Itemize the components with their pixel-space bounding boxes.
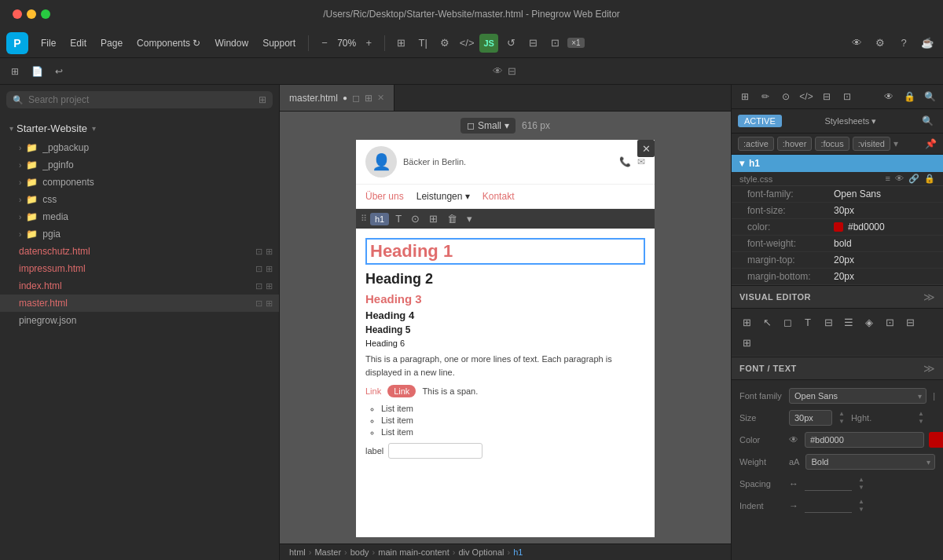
breadcrumb-html[interactable]: html: [289, 547, 306, 557]
rp-search-icon[interactable]: 🔍: [921, 88, 938, 105]
color-text-input[interactable]: [805, 432, 924, 448]
edit-source-icon[interactable]: ≡: [886, 174, 890, 184]
nav-leistungen[interactable]: Leistungen ▾: [416, 191, 470, 202]
pseudo-hover[interactable]: :hover: [777, 137, 813, 151]
file-item-master[interactable]: master.html ⊡ ⊞: [0, 295, 279, 312]
link-badge[interactable]: Link: [387, 385, 416, 397]
file-item-impressum[interactable]: impressum.html ⊡ ⊞: [0, 260, 279, 277]
color-swatch-preview[interactable]: [929, 432, 943, 448]
maximize-button[interactable]: [41, 9, 50, 19]
tree-item-components[interactable]: › 📁 components: [0, 174, 279, 191]
menu-page[interactable]: Page: [94, 35, 129, 52]
new-button[interactable]: ⊞: [6, 63, 24, 80]
stylesheets-button[interactable]: Stylesheets ▾: [824, 116, 876, 126]
search-input-wrap[interactable]: 🔍 ⊞: [6, 91, 273, 108]
tab-close-button[interactable]: ✕: [377, 93, 384, 103]
vt-list-icon[interactable]: ☰: [840, 313, 857, 331]
height-stepper[interactable]: ▲▼: [918, 410, 924, 426]
code-button[interactable]: </>: [457, 34, 476, 53]
pin-icon[interactable]: 📌: [925, 138, 937, 149]
close-button[interactable]: [13, 9, 22, 19]
filter-icon[interactable]: ⊞: [259, 94, 266, 105]
font-weight-select-wrap[interactable]: Bold: [805, 454, 935, 470]
search-input[interactable]: [28, 94, 254, 105]
visual-editor-toggle[interactable]: ≫: [923, 291, 935, 303]
frame-toggle[interactable]: ⊟: [508, 65, 516, 77]
vt-grid-icon[interactable]: ⊞: [738, 334, 755, 351]
settings-button[interactable]: ⚙: [871, 34, 890, 53]
delete-icon[interactable]: 🗑: [444, 211, 460, 226]
js-button[interactable]: JS: [479, 34, 498, 53]
spacing-input[interactable]: [805, 478, 852, 491]
text-tool-button[interactable]: T|: [413, 34, 432, 53]
rp-print-icon[interactable]: ⊟: [818, 88, 835, 105]
vt-diamond-icon[interactable]: ◈: [860, 313, 878, 331]
menu-components[interactable]: Components ↻: [130, 35, 207, 52]
breadcrumb-div[interactable]: div Optional: [458, 547, 504, 557]
more-icon[interactable]: ▾: [464, 211, 475, 226]
rp-pen-icon[interactable]: ✏: [757, 88, 774, 105]
breadcrumb-h1[interactable]: h1: [513, 547, 523, 557]
font-text-toggle[interactable]: ≫: [923, 362, 935, 375]
rp-grid-icon[interactable]: ⊡: [838, 88, 856, 105]
indent-stepper[interactable]: ▲▼: [858, 498, 864, 514]
menu-support[interactable]: Support: [256, 35, 302, 52]
export-button[interactable]: ⊡: [545, 34, 564, 53]
lock-source-icon[interactable]: 🔒: [924, 174, 935, 184]
tree-item-pginfo[interactable]: › 📁 _pginfo: [0, 156, 279, 174]
font-family-select-wrap[interactable]: Open Sans: [789, 388, 926, 404]
tree-item-pgia[interactable]: › 📁 pgia: [0, 225, 279, 243]
font-size-stepper[interactable]: ▲▼: [838, 410, 845, 426]
link-source-icon[interactable]: 🔗: [908, 174, 919, 184]
rp-lock-icon[interactable]: 🔒: [901, 88, 918, 105]
color-eye-icon[interactable]: 👁: [789, 434, 798, 445]
rp-layout-icon[interactable]: ⊞: [736, 88, 754, 105]
rp-code-icon[interactable]: </>: [798, 88, 815, 105]
file-item-datenschutz[interactable]: datenschutz.html ⊡ ⊞: [0, 243, 279, 260]
file-item-index[interactable]: index.html ⊡ ⊞: [0, 277, 279, 295]
vt-box-icon[interactable]: ⊞: [738, 313, 755, 331]
font-size-input[interactable]: [789, 410, 832, 426]
link-plain[interactable]: Link: [365, 386, 381, 396]
breadcrumb-body[interactable]: body: [350, 547, 369, 557]
vt-columns-icon[interactable]: ⊡: [881, 313, 898, 331]
breadcrumb-master[interactable]: Master: [314, 547, 341, 557]
tab-icon-1[interactable]: ◻: [352, 93, 360, 104]
minimize-button[interactable]: [27, 9, 36, 19]
menu-file[interactable]: File: [35, 35, 62, 52]
spacing-stepper[interactable]: ▲▼: [858, 476, 864, 492]
open-button[interactable]: 📄: [28, 63, 46, 80]
pseudo-more[interactable]: ▾: [893, 138, 898, 149]
tree-item-media[interactable]: › 📁 media: [0, 208, 279, 225]
refresh-button[interactable]: ↺: [501, 34, 520, 53]
tree-item-css[interactable]: › 📁 css: [0, 191, 279, 208]
breadcrumb-main[interactable]: main main-content: [378, 547, 449, 557]
tab-icon-2[interactable]: ⊞: [365, 93, 372, 104]
help-button[interactable]: ?: [894, 34, 913, 53]
eye-button[interactable]: 👁: [847, 34, 866, 53]
nav-kontakt[interactable]: Kontakt: [483, 191, 515, 202]
vt-rect-icon[interactable]: ◻: [779, 313, 796, 331]
eye-toggle[interactable]: 👁: [493, 65, 503, 77]
vt-arrow-icon[interactable]: ↖: [758, 313, 776, 331]
indent-input[interactable]: [805, 500, 852, 513]
menu-edit[interactable]: Edit: [64, 35, 93, 52]
vt-text-icon[interactable]: T: [799, 313, 816, 331]
tab-master-html[interactable]: master.html ● ◻ ⊞ ✕: [280, 85, 394, 111]
undo-button[interactable]: ↩: [50, 63, 68, 80]
view-source-icon[interactable]: 👁: [895, 174, 904, 184]
search-rules-icon[interactable]: 🔍: [919, 112, 937, 130]
grid-icon[interactable]: ⊞: [426, 211, 441, 226]
pseudo-visited[interactable]: :visited: [853, 137, 890, 151]
font-weight-select[interactable]: Bold: [805, 454, 935, 470]
label-input[interactable]: [388, 443, 483, 459]
component-icon[interactable]: ⊙: [408, 211, 423, 226]
grid-view-button[interactable]: ⊞: [391, 34, 410, 53]
pseudo-focus[interactable]: :focus: [815, 137, 849, 151]
zoom-out-button[interactable]: −: [315, 34, 334, 53]
structure-button[interactable]: ⚙: [435, 34, 454, 53]
rp-tag-icon[interactable]: ⊙: [777, 88, 794, 105]
nav-ueber-uns[interactable]: Über uns: [365, 191, 404, 202]
preview-button[interactable]: ⊟: [523, 34, 542, 53]
rp-eye-icon[interactable]: 👁: [880, 88, 897, 105]
